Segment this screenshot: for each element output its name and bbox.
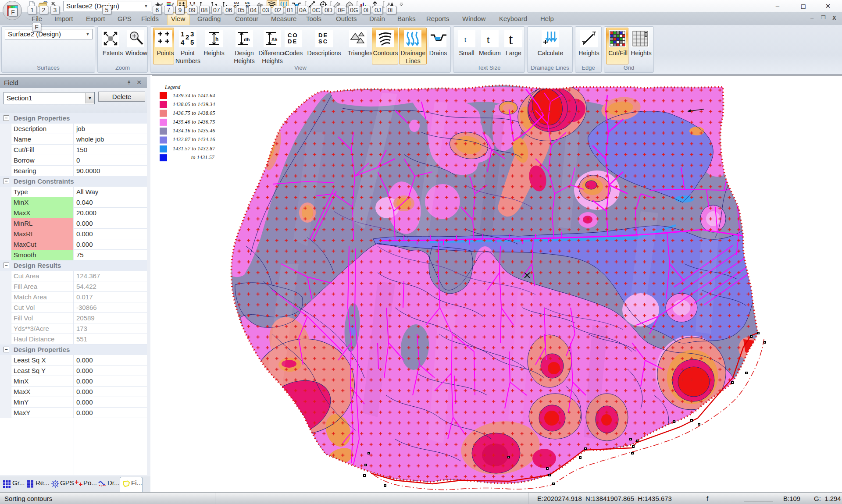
svg-text:dh: dh — [244, 37, 250, 42]
svg-text:SC: SC — [318, 38, 328, 45]
svg-text:Legend: Legend — [164, 84, 181, 90]
svg-text:3: 3 — [190, 30, 194, 38]
svg-text:1436.75 to 1438.05: 1436.75 to 1438.05 — [173, 110, 215, 116]
svg-text:CO: CO — [288, 32, 298, 39]
svg-text:4: 4 — [181, 39, 185, 46]
svg-text:1438.05 to 1439.34: 1438.05 to 1439.34 — [173, 102, 215, 107]
svg-text:DE: DE — [288, 38, 297, 45]
svg-text:5: 5 — [190, 39, 194, 46]
svg-text:3: 3 — [193, 1, 195, 5]
svg-text:t: t — [464, 36, 467, 43]
svg-text:to 1431.57: to 1431.57 — [191, 155, 215, 160]
svg-text:1431.57 to 1432.87: 1431.57 to 1432.87 — [173, 146, 215, 151]
svg-text:h: h — [215, 36, 218, 43]
svg-text:1435.46 to 1436.75: 1435.46 to 1436.75 — [173, 119, 215, 124]
svg-text:t: t — [487, 34, 490, 45]
svg-text:t: t — [509, 31, 513, 47]
svg-text:DE: DE — [318, 32, 328, 39]
svg-text:1439.34 to 1441.64: 1439.34 to 1441.64 — [173, 93, 215, 98]
svg-text:1432.87 to 1434.16: 1432.87 to 1434.16 — [173, 137, 215, 142]
svg-text:2: 2 — [186, 33, 189, 41]
svg-text:1: 1 — [181, 30, 184, 38]
svg-text:Δh: Δh — [271, 37, 277, 42]
svg-text:1434.16 to 1435.46: 1434.16 to 1435.46 — [173, 128, 215, 133]
